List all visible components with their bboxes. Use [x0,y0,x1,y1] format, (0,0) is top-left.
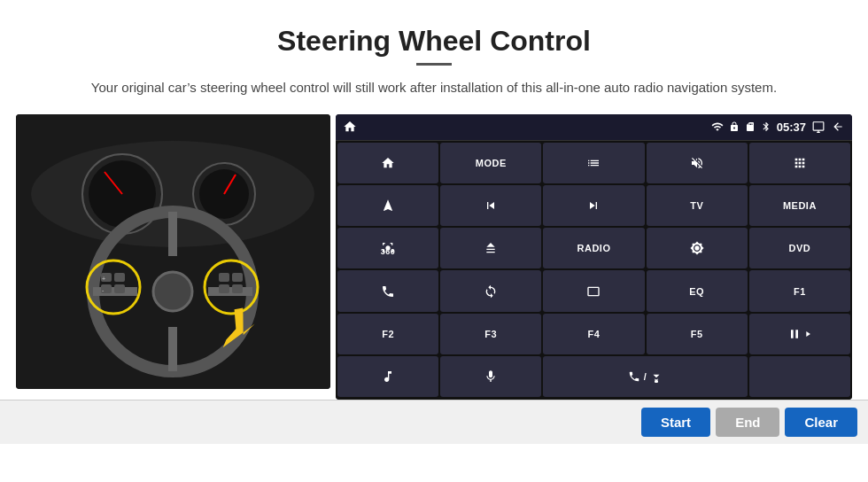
btn-radio[interactable]: RADIO [543,228,644,268]
btn-prev[interactable] [440,185,541,226]
btn-f1[interactable]: F1 [749,270,850,311]
subtitle: Your original car’s steering wheel contr… [0,78,868,114]
btn-f4[interactable]: F4 [543,314,644,354]
status-bar: 05:37 [336,114,852,141]
btn-music[interactable] [337,356,438,397]
btn-tv[interactable]: TV [647,185,748,226]
btn-brightness[interactable] [647,228,748,268]
btn-playpause[interactable] [749,314,850,354]
btn-apps[interactable] [749,143,850,183]
btn-eject[interactable] [440,228,541,268]
time-display: 05:37 [777,120,806,134]
clear-button[interactable]: Clear [785,408,857,437]
btn-list[interactable] [543,143,644,183]
status-right: 05:37 [711,120,845,134]
btn-phone[interactable] [337,270,438,311]
btn-media[interactable]: MEDIA [749,185,850,226]
btn-f3[interactable]: F3 [440,314,541,354]
svg-text:+: + [102,276,105,282]
wifi-icon [711,120,724,133]
page-title: Steering Wheel Control [0,0,868,63]
svg-rect-22 [219,273,229,282]
btn-eq[interactable]: EQ [647,270,748,311]
control-panel: 05:37 MODE [336,114,852,400]
bottom-bar: Start End Clear [0,400,868,444]
sd-icon [745,120,756,133]
svg-rect-19 [114,284,125,293]
content-area: + - [0,114,868,400]
btn-mic[interactable] [440,356,541,397]
svg-rect-24 [219,284,229,293]
back-icon [831,120,845,133]
btn-phonecall[interactable]: / [543,356,747,397]
button-grid: MODE TV MEDIA [336,141,852,400]
title-divider [416,63,452,66]
btn-f2[interactable]: F2 [337,314,438,354]
btn-dvd[interactable]: DVD [749,228,850,268]
btn-mute[interactable] [647,143,748,183]
screen-icon [811,120,825,133]
svg-rect-23 [232,273,243,282]
btn-home[interactable] [337,143,438,183]
btn-f5[interactable]: F5 [647,314,748,354]
svg-rect-18 [114,273,125,282]
btn-swirl[interactable] [440,270,541,311]
end-button[interactable]: End [716,408,779,437]
btn-360cam[interactable]: 360 [337,228,438,268]
home-icon [343,120,357,134]
svg-rect-25 [232,284,243,293]
start-button[interactable]: Start [641,408,710,437]
svg-point-13 [153,272,192,311]
car-image: + - [16,114,330,389]
lock-icon [729,120,740,133]
btn-mode[interactable]: MODE [440,143,541,183]
btn-next[interactable] [543,185,644,226]
btn-navigate[interactable] [337,185,438,226]
bluetooth-icon [761,120,771,133]
status-left [343,120,357,134]
btn-window[interactable] [543,270,644,311]
btn-empty1[interactable] [749,356,850,397]
